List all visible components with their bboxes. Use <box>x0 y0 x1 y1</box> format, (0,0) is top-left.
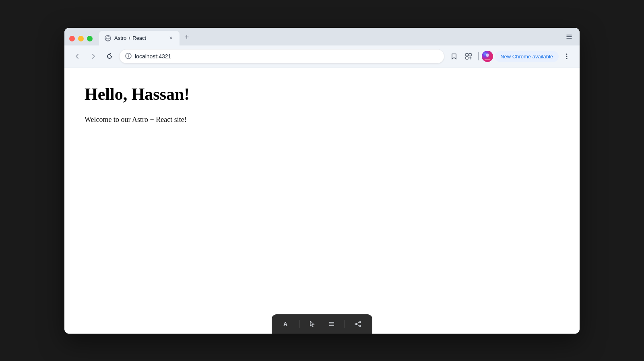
page-content: Hello, Hassan! Welcome to our Astro + Re… <box>64 68 580 334</box>
svg-point-3 <box>128 54 129 55</box>
tab-title: Astro + React <box>114 35 164 41</box>
svg-line-19 <box>357 322 359 324</box>
chrome-menu-button[interactable] <box>560 50 573 63</box>
tab-bar: Astro + React ✕ + <box>64 28 580 45</box>
svg-point-8 <box>486 54 489 57</box>
svg-point-18 <box>359 325 361 327</box>
svg-point-16 <box>359 321 361 323</box>
svg-rect-4 <box>466 54 468 56</box>
maximize-window-button[interactable] <box>87 36 93 41</box>
svg-rect-6 <box>466 57 468 59</box>
toolbar-list-button[interactable] <box>325 318 338 330</box>
toolbar-share-button[interactable] <box>351 318 364 330</box>
new-tab-button[interactable]: + <box>181 32 192 43</box>
extensions-button[interactable] <box>462 50 475 63</box>
svg-rect-5 <box>469 54 471 56</box>
svg-point-11 <box>566 58 568 59</box>
address-info-icon <box>125 53 132 60</box>
bookmark-button[interactable] <box>448 50 460 63</box>
tab-menu-button[interactable] <box>564 31 575 42</box>
tab-favicon <box>105 35 111 41</box>
forward-button[interactable] <box>87 50 100 63</box>
page-subtitle: Welcome to our Astro + React site! <box>85 116 559 124</box>
minimize-window-button[interactable] <box>78 36 84 41</box>
refresh-button[interactable] <box>103 50 116 63</box>
traffic-lights <box>69 36 93 45</box>
svg-point-10 <box>566 56 568 57</box>
toolbar-text-button[interactable]: A <box>280 318 293 330</box>
svg-line-20 <box>357 324 359 326</box>
close-tab-button[interactable]: ✕ <box>167 35 174 41</box>
bottom-toolbar: A <box>272 314 372 334</box>
address-bar[interactable]: localhost:4321 <box>119 49 444 64</box>
toolbar-divider-1 <box>299 320 299 328</box>
back-button[interactable] <box>71 50 84 63</box>
nav-bar: localhost:4321 <box>64 45 580 68</box>
browser-window: Astro + React ✕ + <box>64 28 580 334</box>
close-window-button[interactable] <box>69 36 75 41</box>
svg-point-9 <box>566 54 568 55</box>
address-text: localhost:4321 <box>135 53 438 60</box>
nav-actions: New Chrome available <box>448 50 573 63</box>
toolbar-divider-2 <box>345 320 345 328</box>
profile-avatar[interactable] <box>482 51 493 62</box>
nav-divider <box>478 52 479 60</box>
active-tab[interactable]: Astro + React ✕ <box>99 31 180 45</box>
avatar-image <box>482 51 493 62</box>
svg-point-17 <box>355 323 357 325</box>
toolbar-cursor-button[interactable] <box>306 318 319 330</box>
svg-text:A: A <box>283 321 287 327</box>
page-heading: Hello, Hassan! <box>85 84 559 104</box>
update-chrome-button[interactable]: New Chrome available <box>495 51 559 62</box>
